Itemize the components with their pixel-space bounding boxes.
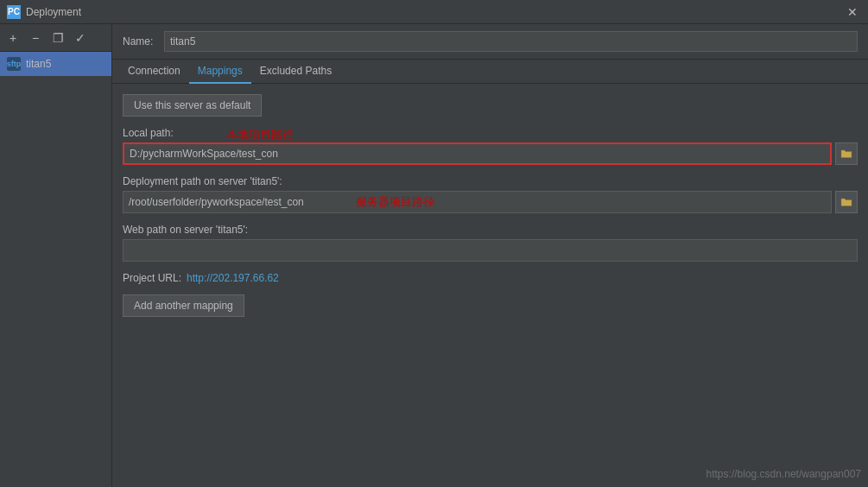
local-path-input[interactable] <box>123 142 832 165</box>
tab-excluded-paths[interactable]: Excluded Paths <box>251 60 340 84</box>
tab-connection[interactable]: Connection <box>119 60 189 84</box>
deployment-path-input[interactable] <box>123 191 832 213</box>
local-path-annotation: 本地项目路径 <box>226 127 294 142</box>
title-bar: PC Deployment ✕ <box>0 0 868 24</box>
app-icon: PC <box>7 5 21 19</box>
project-url-value[interactable]: http://202.197.66.62 <box>187 272 279 284</box>
deployment-path-section: Deployment path on server 'titan5': 服务器项… <box>123 175 858 213</box>
deployment-path-label: Deployment path on server 'titan5': <box>123 175 858 187</box>
ftp-icon: sftp <box>7 57 21 71</box>
tabs: Connection Mappings Excluded Paths <box>112 60 868 84</box>
title-text: Deployment <box>26 6 81 18</box>
folder-icon <box>840 149 852 159</box>
web-path-input[interactable] <box>123 239 858 262</box>
name-row: Name: <box>112 24 868 60</box>
project-url-row: Project URL: http://202.197.66.62 <box>123 272 858 284</box>
name-label: Name: <box>123 35 157 47</box>
name-input[interactable] <box>164 31 858 52</box>
add-button[interactable]: + <box>3 28 22 47</box>
web-path-section: Web path on server 'titan5': <box>123 224 858 262</box>
watermark: https://blog.csdn.net/wangpan007 <box>706 468 861 480</box>
local-path-row: 本地项目路径 <box>123 142 858 165</box>
local-path-browse-button[interactable] <box>835 142 858 165</box>
web-path-row <box>123 239 858 262</box>
copy-button[interactable]: ❐ <box>48 28 67 47</box>
sidebar-item-titan5[interactable]: sftp titan5 <box>0 52 111 76</box>
web-path-label: Web path on server 'titan5': <box>123 224 858 236</box>
remove-button[interactable]: − <box>26 28 45 47</box>
sidebar-toolbar: + − ❐ ✓ <box>0 24 111 52</box>
tab-content-mappings: Use this server as default Local path: 本… <box>112 84 868 487</box>
sidebar: + − ❐ ✓ sftp titan5 <box>0 24 112 487</box>
deployment-path-annotation: 服务器项目路径 <box>356 194 434 210</box>
folder-icon <box>840 197 852 207</box>
project-url-label: Project URL: <box>123 272 181 284</box>
close-button[interactable]: ✕ <box>844 3 861 21</box>
content-area: Name: Connection Mappings Excluded Paths… <box>112 24 868 487</box>
add-mapping-button[interactable]: Add another mapping <box>123 294 244 317</box>
local-path-section: Local path: 本地项目路径 <box>123 127 858 165</box>
default-server-button[interactable]: Use this server as default <box>123 94 262 117</box>
check-button[interactable]: ✓ <box>71 28 90 47</box>
deployment-path-browse-button[interactable] <box>835 191 858 213</box>
tab-mappings[interactable]: Mappings <box>189 60 251 84</box>
sidebar-item-label: titan5 <box>26 58 51 70</box>
deployment-path-row: 服务器项目路径 <box>123 191 858 213</box>
